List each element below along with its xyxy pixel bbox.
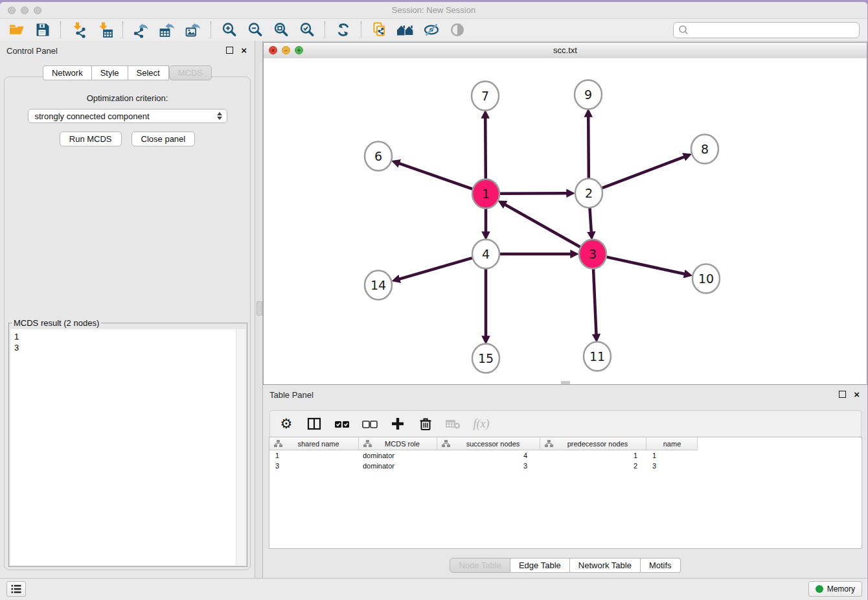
zoom-in-button[interactable] [216,20,242,40]
search-input[interactable] [689,25,854,36]
tab-node-table[interactable]: Node Table [450,558,510,573]
graph-edge-1-2[interactable] [500,193,567,194]
status-bar: Memory [0,578,867,600]
clone-network-button[interactable] [367,20,393,40]
task-history-button[interactable] [6,581,26,597]
zoom-selected-button[interactable] [294,20,320,40]
memory-button[interactable]: Memory [808,581,862,597]
save-session-button[interactable] [30,20,56,40]
zoom-fit-button[interactable] [268,20,294,40]
toolbar-separator [211,21,212,38]
add-column-button[interactable] [389,415,406,432]
graph-node-7[interactable]: 7 [472,82,499,111]
graph-node-2[interactable]: 2 [575,179,602,208]
table-header-row: shared nameMCDS rolesuccessor nodesprede… [269,437,862,450]
float-table-panel-button[interactable] [839,391,846,398]
minimize-window-button[interactable] [21,6,29,14]
graph-edge-2-9[interactable] [588,117,589,179]
close-panel-button[interactable]: × [241,47,247,54]
graph-node-label: 11 [589,349,605,363]
criterion-select[interactable]: strongly connected component [28,109,227,123]
network-maximize-button[interactable]: + [295,46,303,54]
network-bottom-grip[interactable] [561,381,570,384]
float-panel-button[interactable] [226,47,233,54]
graph-edge-3-11[interactable] [593,268,597,334]
refresh-layout-button[interactable] [330,20,356,40]
tab-network[interactable]: Network [43,65,92,80]
table-cell: 3 [437,462,540,470]
tab-motifs[interactable]: Motifs [641,558,681,573]
zoom-out-button[interactable] [242,20,268,40]
function-builder-button[interactable]: f(x) [473,415,490,432]
mcds-result-area[interactable]: 1 3 [10,329,246,565]
header-cell[interactable]: MCDS role [359,437,437,450]
delete-column-button[interactable] [417,415,434,432]
header-cell[interactable]: name [646,437,698,450]
close-table-panel-button[interactable]: × [854,391,860,398]
maximize-window-button[interactable] [34,6,41,14]
show-hidden-button[interactable] [444,20,470,40]
split-divider[interactable] [255,41,263,579]
select-all-button[interactable] [334,415,350,432]
graph-node-10[interactable]: 10 [692,264,720,294]
graph-node-3[interactable]: 3 [579,240,606,269]
header-cell[interactable]: predecessor nodes [540,437,646,450]
main-toolbar [0,19,867,41]
table-row[interactable]: 3dominator323 [269,461,862,471]
graph-edge-2-8[interactable] [602,157,685,188]
houses-button[interactable] [393,20,418,40]
import-network-button[interactable] [66,20,92,40]
graph-edge-3-10[interactable] [606,257,684,274]
graph-edge-1-6[interactable] [399,163,472,189]
graph-node-14[interactable]: 14 [365,271,392,300]
node-table-body: 1dominator4113dominator323 [269,450,862,471]
tab-style[interactable]: Style [92,65,128,80]
table-row[interactable]: 1dominator411 [269,450,862,461]
table-cell: 3 [269,462,359,470]
deselect-all-button[interactable] [361,415,378,432]
graph-node-11[interactable]: 11 [584,342,611,371]
table-panel: Table Panel × ⚙ [263,385,867,579]
graph-node-9[interactable]: 9 [575,80,602,110]
tab-edge-table[interactable]: Edge Table [510,558,570,573]
network-graph[interactable]: 1234678910111415 [264,58,867,385]
import-table-button[interactable] [92,20,118,40]
network-window-titlebar[interactable]: × − + scc.txt [264,43,867,59]
show-columns-button[interactable] [306,415,323,432]
export-image-button[interactable] [180,20,206,40]
tab-network-table[interactable]: Network Table [570,558,641,573]
graph-node-15[interactable]: 15 [472,344,499,373]
split-grip[interactable] [257,301,262,316]
graph-edge-2-3[interactable] [589,207,591,232]
graph-edge-3-1[interactable] [505,205,580,248]
table-settings-button[interactable]: ⚙ [278,415,295,432]
graph-node-8[interactable]: 8 [691,135,718,164]
result-scrollbar[interactable] [236,329,246,565]
header-cell[interactable]: successor nodes [437,437,540,450]
optimization-criterion-label: Optimization criterion: [5,93,250,103]
search-field[interactable] [673,22,860,38]
close-window-button[interactable] [8,6,16,14]
graph-node-label: 9 [584,87,592,102]
criterion-selected-value: strongly connected component [35,111,217,121]
import-network-icon [71,21,87,38]
close-panel-button[interactable]: Close panel [131,132,196,146]
graph-node-6[interactable]: 6 [365,142,392,171]
export-table-button[interactable] [154,20,180,40]
network-close-button[interactable]: × [269,46,277,54]
network-canvas[interactable]: 1234678910111415 [264,58,867,384]
open-session-button[interactable] [4,20,30,40]
window-controls [8,6,41,14]
tab-select[interactable]: Select [128,65,169,80]
tab-mcds[interactable]: MCDS [169,65,212,80]
graph-edge-1-7[interactable] [485,118,486,179]
export-network-button[interactable] [128,20,154,40]
graph-node-4[interactable]: 4 [472,240,499,269]
graph-node-1[interactable]: 1 [472,179,499,209]
hide-selected-button[interactable] [418,20,444,40]
run-mcds-button[interactable]: Run MCDS [60,132,122,146]
graph-edge-4-14[interactable] [400,258,472,279]
network-minimize-button[interactable]: − [282,46,290,54]
delete-table-button[interactable] [445,415,462,432]
header-cell[interactable]: shared name [269,437,359,450]
